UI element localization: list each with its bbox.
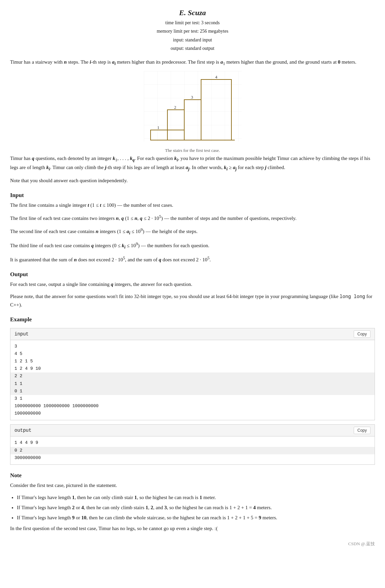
output-example-header: output Copy [10,425,375,436]
input-line-1: The first line contains a single integer… [10,201,375,209]
input-section: Input The first line contains a single i… [10,191,375,264]
note-bullet-3: If Timur's legs have length 9 or 10, the… [17,514,375,522]
note-section: Note Consider the first test case, pictu… [10,471,375,532]
output-example-block: output Copy 1 4 4 9 9 0 2 3000000000 [10,424,375,465]
page-header: E. Scuza time limit per test: 3 seconds … [10,7,375,53]
problem-meta: time limit per test: 3 seconds memory li… [10,19,375,53]
svg-text:1: 1 [157,125,159,130]
input-line-5: It is guaranteed that the sum of n does … [10,255,375,264]
meta-line-2: memory limit per test: 256 megabytes [10,27,375,35]
meta-line-3: input: standard input [10,36,375,44]
meta-line-4: output: standard output [10,44,375,53]
page-title: E. Scuza [10,7,375,19]
input-title: Input [10,191,375,200]
input-line-3: The second line of each test case contai… [10,226,375,236]
intro-text: Timur has a stairway with n steps. The i… [10,58,375,67]
watermark: CSDN @.蓝技 [10,541,375,548]
output-line-2: Please note, that the answer for some qu… [10,292,375,308]
svg-text:3: 3 [191,95,193,100]
output-line-ex-gray-1: 0 2 [10,447,375,454]
output-line-ex-2: 3000000000 [14,455,41,460]
note-list: If Timur's legs have length 1, then he c… [17,493,375,522]
note-bullet-2: If Timur's legs have length 2 or 4, then… [17,503,375,512]
staircase-image-container: 1 2 3 4 The stairs for the first test ca… [10,71,375,154]
example-title: Example [10,315,375,324]
note-intro: Consider the first test case, pictured i… [10,481,375,489]
staircase-svg: 1 2 3 4 [144,71,242,145]
copy-output-button[interactable]: Copy [354,427,371,434]
body-text-2: Note that you should answer each questio… [10,176,375,185]
input-line-2: The first line of each test case contain… [10,213,375,222]
output-example-content: 1 4 4 9 9 0 2 3000000000 [10,436,375,464]
svg-rect-0 [144,71,242,142]
svg-text:2: 2 [174,105,176,110]
input-line-4: The third line of each test case contain… [10,240,375,251]
note-footer: In the first question of the second test… [10,524,375,532]
note-bullet-1: If Timur's legs have length 1, then he c… [17,493,375,501]
output-line-ex-1: 1 4 4 9 9 [14,440,38,445]
copy-input-button[interactable]: Copy [354,330,371,338]
input-example-block: input Copy 3 4 5 1 2 1 5 1 2 4 9 10 2 2 … [10,328,375,420]
output-label: output [14,427,31,434]
input-example-header: input Copy [10,328,375,340]
note-title: Note [10,471,375,480]
output-section: Output For each test case, output a sing… [10,270,375,309]
input-line-ex-gray-1: 2 2 1 1 0 1 [10,372,375,395]
meta-line-1: time limit per test: 3 seconds [10,19,375,27]
svg-text:4: 4 [215,74,217,79]
input-label: input [14,330,29,338]
output-title: Output [10,270,375,279]
example-section: Example input Copy 3 4 5 1 2 1 5 1 2 4 9… [10,315,375,465]
body-text-1: Timur has q questions, each denoted by a… [10,154,375,172]
input-line-ex-1: 3 4 5 1 2 1 5 1 2 4 9 10 [14,344,41,371]
input-line-ex-2: 3 1 1000000000 1000000000 1000000000 100… [14,396,99,416]
input-example-content: 3 4 5 1 2 1 5 1 2 4 9 10 2 2 1 1 0 1 3 1… [10,340,375,420]
image-caption: The stairs for the first test case. [165,147,220,154]
output-line-1: For each test case, output a single line… [10,280,375,288]
